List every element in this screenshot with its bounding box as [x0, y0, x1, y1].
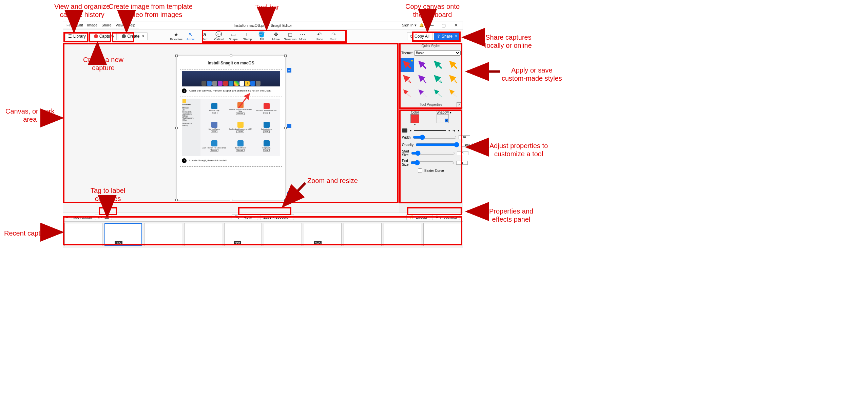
quick-style-3[interactable]	[431, 58, 445, 72]
thumbnail[interactable]	[64, 223, 102, 246]
plus-badge[interactable]: +	[287, 68, 291, 73]
quick-style-6[interactable]	[416, 73, 429, 86]
color-swatch[interactable]	[410, 114, 419, 123]
svg-line-0	[238, 94, 249, 108]
callout-capture: Create a new capture	[83, 56, 123, 72]
end-style-right[interactable]: ➔	[452, 129, 455, 133]
thumbnail[interactable]	[384, 223, 422, 246]
plus-badge[interactable]: +	[287, 192, 291, 197]
create-button[interactable]: + Create ▼	[119, 32, 148, 40]
tool-text[interactable]: aText	[197, 31, 212, 42]
effects-button[interactable]: ✨Effects	[406, 214, 430, 220]
tool-selection[interactable]: ◻Selection	[283, 31, 297, 42]
menu-view[interactable]: View	[116, 23, 124, 27]
shadow-label: Shadow	[437, 110, 449, 114]
menu-image[interactable]: Image	[87, 23, 98, 27]
tool-properties-header: Tool Properties?	[399, 102, 463, 108]
callout-tp: Adjust properties to customize a tool	[489, 142, 548, 158]
thumbnail[interactable]	[184, 223, 222, 246]
dimensions-control[interactable]: 1221 x 1556px ▾	[260, 214, 294, 220]
copy-all-button[interactable]: ⧉ Copy All	[407, 32, 432, 40]
end-size-value[interactable]	[456, 161, 468, 165]
thumbnail[interactable]	[264, 223, 302, 246]
notifications-icon[interactable]: 🔔	[419, 23, 424, 27]
history-icon: ⟳	[66, 215, 69, 219]
search-icon: 🔍	[235, 215, 239, 219]
width-slider[interactable]	[413, 135, 457, 140]
library-button[interactable]: ☰ Library	[65, 32, 89, 40]
doc-dock-image: I	[182, 71, 280, 86]
help-icon[interactable]: ?	[457, 102, 461, 107]
start-size-value[interactable]	[457, 151, 468, 155]
start-size-slider[interactable]	[411, 150, 455, 156]
callout-create: Create image from template or video from…	[109, 2, 193, 19]
callout-copy: Copy canvas onto the clipboard	[405, 2, 460, 19]
bucket-icon: 🪣	[258, 32, 265, 38]
bezier-checkbox[interactable]	[418, 168, 422, 173]
tag-icon: 🏷	[98, 215, 102, 219]
opacity-slider[interactable]	[416, 142, 459, 147]
capture-label: Capture	[99, 34, 114, 39]
quick-style-7[interactable]	[431, 73, 445, 86]
thumbnail[interactable]	[344, 223, 382, 246]
quick-style-1[interactable]: ★	[401, 58, 414, 72]
caret-down-icon: ▼	[141, 35, 144, 38]
thumbnail[interactable]	[423, 223, 461, 246]
maximize-button[interactable]: ▢	[439, 22, 448, 29]
close-button[interactable]: ✕	[451, 22, 461, 29]
svg-line-6	[419, 76, 426, 83]
menu-share[interactable]: Share	[101, 23, 111, 27]
tag-button[interactable]: 🏷Tag	[95, 215, 112, 220]
tool-fill[interactable]: 🪣Fill	[254, 31, 269, 42]
thumbnail[interactable]: PNG	[104, 223, 142, 246]
svg-line-7	[435, 76, 442, 83]
properties-button[interactable]: ⚙Properties	[432, 214, 460, 220]
plus-badge[interactable]: +	[287, 124, 291, 128]
quick-style-12[interactable]	[447, 87, 460, 100]
end-style-left[interactable]	[402, 128, 407, 133]
opacity-value[interactable]	[461, 143, 473, 147]
quick-style-5[interactable]	[401, 73, 414, 86]
menu-help[interactable]: Help	[128, 23, 135, 27]
format-badge: JPG	[234, 241, 242, 245]
svg-line-8	[450, 76, 457, 83]
zoom-control[interactable]: 🔍 45% ▾	[232, 214, 258, 220]
tool-undo[interactable]: ↶Undo	[312, 31, 326, 42]
quick-style-11[interactable]	[431, 87, 445, 100]
minimize-button[interactable]: —	[427, 22, 436, 29]
quick-styles-header: Quick Styles	[399, 43, 463, 49]
quick-style-4[interactable]	[447, 58, 460, 72]
end-size-slider[interactable]	[410, 160, 454, 165]
menu-bar: File Edit Image Share View Help	[63, 22, 139, 28]
quick-style-8[interactable]	[447, 73, 460, 86]
callout-canvas: Canvas, or work area	[5, 107, 55, 123]
sign-in-link[interactable]: Sign In ▾	[402, 23, 417, 27]
shadow-picker[interactable]: ✓	[437, 114, 449, 123]
menu-edit[interactable]: Edit	[77, 23, 83, 27]
capture-button[interactable]: Capture	[91, 32, 117, 40]
quick-style-2[interactable]	[416, 58, 429, 72]
quick-style-9[interactable]	[401, 87, 414, 100]
star-icon: ★	[173, 32, 179, 38]
tool-callout[interactable]: 💬Callout	[212, 31, 226, 42]
tool-redo[interactable]: ↷Redo	[326, 31, 341, 42]
undo-icon: ↶	[316, 32, 323, 38]
canvas-document[interactable]: Install Snagit on macOS I 1 Open Self Se…	[177, 56, 285, 200]
thumbnail[interactable]	[144, 223, 182, 246]
tool-move[interactable]: ✥Move	[269, 31, 283, 42]
stamp-icon: ⎍	[244, 32, 251, 38]
tool-more[interactable]: ⋯More	[297, 31, 308, 42]
tool-arrow[interactable]: ↖Arrow	[183, 31, 197, 42]
theme-select[interactable]: Basic	[414, 51, 461, 56]
width-value[interactable]	[459, 135, 470, 139]
thumbnail[interactable]: JPG	[224, 223, 262, 246]
hide-recent-link[interactable]: Hide Recent	[72, 215, 92, 219]
menu-file[interactable]: File	[66, 23, 73, 27]
share-button[interactable]: ⇪ Share ▼	[434, 32, 461, 40]
tool-shape[interactable]: ▭Shape	[226, 31, 240, 42]
quick-style-10[interactable]	[416, 87, 429, 100]
tool-favorites[interactable]: ★Favorites	[169, 31, 183, 42]
tool-stamp[interactable]: ⎍Stamp	[240, 31, 254, 42]
thumbnail[interactable]: PNG	[304, 223, 342, 246]
svg-line-4	[450, 62, 457, 68]
